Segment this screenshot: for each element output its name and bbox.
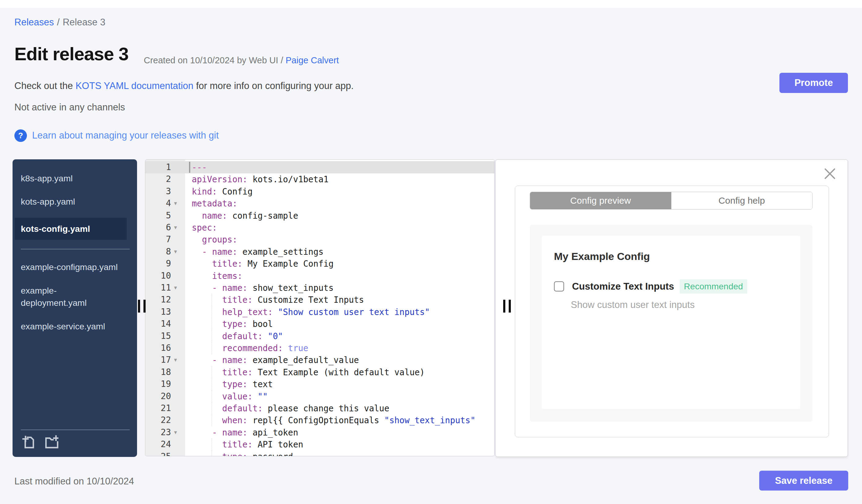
line-number: 19 [145,378,171,390]
sidebar-resize-handle[interactable] [138,300,146,313]
author-link[interactable]: Paige Calvert [286,55,339,65]
line-number: 23 [145,426,171,439]
fold-arrow-icon[interactable]: ▾ [174,426,177,439]
code-line-21[interactable]: 21 default: please change this value [145,402,494,414]
code-line-17[interactable]: 17▾ - name: example_default_value [145,354,494,366]
token-key: recommended: [222,343,283,353]
line-number: 6 [145,222,171,234]
config-group-title: My Example Config [554,251,788,262]
recommended-badge: Recommended [680,279,747,294]
code-line-1[interactable]: 1--- [145,161,494,173]
token-plain: api_token [247,427,298,437]
token-plain [192,343,222,353]
token-key: title: [222,439,252,449]
code-text: - name: example_settings [187,246,494,258]
code-line-16[interactable]: 16 recommended: true [145,342,494,354]
sidebar-item-example-configmap-yaml[interactable]: example-configmap.yaml [21,261,118,273]
code-editor[interactable]: 1---2apiVersion: kots.io/v1beta13kind: C… [145,159,495,456]
line-number: 10 [145,270,171,282]
code-line-11[interactable]: 11▾ - name: show_text_inputs [145,282,494,294]
code-text: title: My Example Config [187,257,494,270]
code-text: - name: show_text_inputs [187,282,494,294]
code-line-12[interactable]: 12 title: Customize Text Inputs [145,294,494,306]
code-line-19[interactable]: 19 type: text [145,378,494,390]
preview-content-area: My Example Config Customize Text Inputs … [530,225,812,422]
code-text: - name: api_token [187,426,494,439]
token-plain [192,211,202,221]
line-number: 24 [145,438,171,450]
code-line-24[interactable]: 24 title: API token [145,438,494,450]
line-number: 18 [145,366,171,378]
token-plain: API token [253,439,303,449]
token-plain [192,392,222,401]
line-number: 20 [145,390,171,402]
file-list: k8s-app.yamlkots-app.yamlkots-config.yam… [21,172,130,332]
token-plain: text [247,379,273,389]
fold-arrow-icon[interactable]: ▾ [174,222,177,234]
line-number: 16 [145,342,171,354]
git-help-row: ? Learn about managing your releases wit… [14,129,219,142]
question-mark-icon[interactable]: ? [14,129,27,142]
token-plain: config-sample [227,211,298,221]
sidebar-item-kots-app-yaml[interactable]: kots-app.yaml [21,196,118,208]
code-line-9[interactable]: 9 title: My Example Config [145,257,494,270]
token-key: name: [212,247,237,256]
close-icon[interactable] [824,168,836,180]
kots-yaml-doc-link[interactable]: KOTS YAML documentation [76,80,193,91]
customize-checkbox[interactable] [554,281,564,291]
code-line-20[interactable]: 20 value: "" [145,390,494,402]
tab-bar: Config previewConfig help [530,192,812,210]
code-line-14[interactable]: 14 type: bool [145,318,494,330]
save-release-button[interactable]: Save release [759,471,848,491]
code-line-3[interactable]: 3kind: Config [145,185,494,198]
code-text: default: "0" [187,330,494,342]
fold-arrow-icon[interactable]: ▾ [174,282,177,294]
token-key: metadata: [192,198,237,208]
tab-config-preview[interactable]: Config preview [530,192,671,209]
breadcrumb-releases-link[interactable]: Releases [14,17,54,27]
code-line-15[interactable]: 15 default: "0" [145,330,494,342]
breadcrumb-separator: / [57,17,60,27]
code-line-7[interactable]: 7 groups: [145,233,494,246]
token-plain [192,331,222,341]
code-line-13[interactable]: 13 help_text: "Show custom user text inp… [145,306,494,318]
line-number: 15 [145,330,171,342]
created-text: Created on 10/10/2024 by Web UI / [144,55,286,65]
token-plain: My Example Config [243,259,334,268]
code-line-8[interactable]: 8▾ - name: example_settings [145,246,494,258]
editor-resize-handle[interactable] [503,300,511,313]
code-line-18[interactable]: 18 title: Text Example (with default val… [145,366,494,378]
sidebar-item-kots-config-yaml[interactable]: kots-config.yaml [15,218,127,240]
fold-arrow-icon[interactable]: ▾ [174,354,177,366]
new-folder-icon[interactable] [44,434,58,450]
promote-button[interactable]: Promote [780,73,848,93]
new-file-icon[interactable] [22,434,36,450]
token-plain [192,427,212,437]
code-text: --- [187,161,494,173]
tab-config-help[interactable]: Config help [671,192,812,209]
sidebar-item-example-service-yaml[interactable]: example-service.yaml [21,320,118,332]
git-link[interactable]: Learn about managing your releases with … [32,130,219,141]
doc-text-suffix: for more info on configuring your app. [193,80,354,91]
token-str: "0" [263,331,283,341]
code-line-5[interactable]: 5 name: config-sample [145,210,494,222]
sidebar-item-k8s-app-yaml[interactable]: k8s-app.yaml [21,172,118,184]
code-line-25[interactable]: 25 type: password [145,450,494,456]
code-line-10[interactable]: 10 items: [145,270,494,282]
sidebar-item-example-deployment-yaml[interactable]: example-deployment.yaml [21,284,118,309]
token-plain [192,319,222,329]
code-line-6[interactable]: 6▾spec: [145,222,494,234]
token-plain: repl{{ ConfigOptionEquals [247,415,384,425]
token-key: name: [222,283,247,293]
fold-arrow-icon[interactable]: ▾ [174,197,177,210]
code-line-4[interactable]: 4▾metadata: [145,197,494,210]
token-key: type: [222,319,247,329]
code-line-22[interactable]: 22 when: repl{{ ConfigOptionEquals "show… [145,414,494,426]
code-line-23[interactable]: 23▾ - name: api_token [145,426,494,439]
line-number: 3 [145,185,171,198]
created-line: Created on 10/10/2024 by Web UI / Paige … [144,55,339,65]
fold-arrow-icon[interactable]: ▾ [174,246,177,258]
line-number: 21 [145,402,171,414]
code-text: kind: Config [187,185,494,198]
code-line-2[interactable]: 2apiVersion: kots.io/v1beta1 [145,173,494,185]
